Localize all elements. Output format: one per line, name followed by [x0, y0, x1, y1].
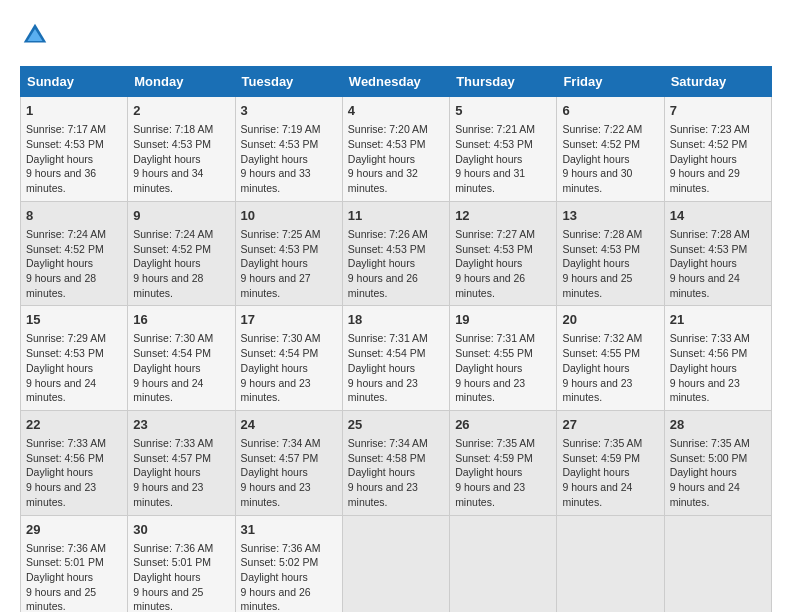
day-cell-content: Sunrise: 7:19 AM Sunset: 4:53 PM Dayligh… [241, 122, 337, 195]
day-number: 17 [241, 311, 337, 329]
weekday-header-saturday: Saturday [664, 67, 771, 97]
day-number: 5 [455, 102, 551, 120]
weekday-header-monday: Monday [128, 67, 235, 97]
day-number: 22 [26, 416, 122, 434]
day-cell: 4 Sunrise: 7:20 AM Sunset: 4:53 PM Dayli… [342, 97, 449, 202]
day-number: 29 [26, 521, 122, 539]
day-cell-content: Sunrise: 7:31 AM Sunset: 4:54 PM Dayligh… [348, 331, 444, 404]
logo-icon [20, 20, 50, 50]
day-cell: 26 Sunrise: 7:35 AM Sunset: 4:59 PM Dayl… [450, 410, 557, 515]
day-cell-content: Sunrise: 7:24 AM Sunset: 4:52 PM Dayligh… [133, 227, 229, 300]
day-cell-content: Sunrise: 7:18 AM Sunset: 4:53 PM Dayligh… [133, 122, 229, 195]
weekday-header-wednesday: Wednesday [342, 67, 449, 97]
day-cell: 5 Sunrise: 7:21 AM Sunset: 4:53 PM Dayli… [450, 97, 557, 202]
day-cell: 28 Sunrise: 7:35 AM Sunset: 5:00 PM Dayl… [664, 410, 771, 515]
day-cell-content: Sunrise: 7:23 AM Sunset: 4:52 PM Dayligh… [670, 122, 766, 195]
day-number: 26 [455, 416, 551, 434]
day-cell: 14 Sunrise: 7:28 AM Sunset: 4:53 PM Dayl… [664, 201, 771, 306]
day-cell-content: Sunrise: 7:33 AM Sunset: 4:56 PM Dayligh… [26, 436, 122, 509]
day-number: 28 [670, 416, 766, 434]
day-cell: 30 Sunrise: 7:36 AM Sunset: 5:01 PM Dayl… [128, 515, 235, 612]
day-cell-content: Sunrise: 7:33 AM Sunset: 4:57 PM Dayligh… [133, 436, 229, 509]
day-number: 18 [348, 311, 444, 329]
day-cell-content: Sunrise: 7:36 AM Sunset: 5:01 PM Dayligh… [26, 541, 122, 612]
day-number: 13 [562, 207, 658, 225]
day-cell-content: Sunrise: 7:22 AM Sunset: 4:52 PM Dayligh… [562, 122, 658, 195]
day-number: 20 [562, 311, 658, 329]
week-row-1: 1 Sunrise: 7:17 AM Sunset: 4:53 PM Dayli… [21, 97, 772, 202]
day-cell-content: Sunrise: 7:17 AM Sunset: 4:53 PM Dayligh… [26, 122, 122, 195]
day-cell-content: Sunrise: 7:35 AM Sunset: 4:59 PM Dayligh… [562, 436, 658, 509]
week-row-3: 15 Sunrise: 7:29 AM Sunset: 4:53 PM Dayl… [21, 306, 772, 411]
day-cell-content: Sunrise: 7:36 AM Sunset: 5:02 PM Dayligh… [241, 541, 337, 612]
weekday-header-sunday: Sunday [21, 67, 128, 97]
day-cell: 7 Sunrise: 7:23 AM Sunset: 4:52 PM Dayli… [664, 97, 771, 202]
day-cell: 24 Sunrise: 7:34 AM Sunset: 4:57 PM Dayl… [235, 410, 342, 515]
day-cell-content: Sunrise: 7:28 AM Sunset: 4:53 PM Dayligh… [562, 227, 658, 300]
calendar-table: SundayMondayTuesdayWednesdayThursdayFrid… [20, 66, 772, 612]
day-cell: 1 Sunrise: 7:17 AM Sunset: 4:53 PM Dayli… [21, 97, 128, 202]
day-cell: 12 Sunrise: 7:27 AM Sunset: 4:53 PM Dayl… [450, 201, 557, 306]
day-number: 3 [241, 102, 337, 120]
day-number: 10 [241, 207, 337, 225]
day-number: 30 [133, 521, 229, 539]
day-cell-content: Sunrise: 7:34 AM Sunset: 4:57 PM Dayligh… [241, 436, 337, 509]
day-number: 16 [133, 311, 229, 329]
day-cell: 31 Sunrise: 7:36 AM Sunset: 5:02 PM Dayl… [235, 515, 342, 612]
page-header [20, 20, 772, 50]
day-cell: 3 Sunrise: 7:19 AM Sunset: 4:53 PM Dayli… [235, 97, 342, 202]
day-cell-content: Sunrise: 7:30 AM Sunset: 4:54 PM Dayligh… [133, 331, 229, 404]
day-number: 14 [670, 207, 766, 225]
day-number: 6 [562, 102, 658, 120]
day-number: 9 [133, 207, 229, 225]
day-number: 21 [670, 311, 766, 329]
day-cell [342, 515, 449, 612]
day-cell-content: Sunrise: 7:33 AM Sunset: 4:56 PM Dayligh… [670, 331, 766, 404]
day-cell: 9 Sunrise: 7:24 AM Sunset: 4:52 PM Dayli… [128, 201, 235, 306]
day-number: 27 [562, 416, 658, 434]
week-row-4: 22 Sunrise: 7:33 AM Sunset: 4:56 PM Dayl… [21, 410, 772, 515]
day-number: 2 [133, 102, 229, 120]
day-cell-content: Sunrise: 7:31 AM Sunset: 4:55 PM Dayligh… [455, 331, 551, 404]
day-cell: 6 Sunrise: 7:22 AM Sunset: 4:52 PM Dayli… [557, 97, 664, 202]
day-cell: 2 Sunrise: 7:18 AM Sunset: 4:53 PM Dayli… [128, 97, 235, 202]
day-cell-content: Sunrise: 7:34 AM Sunset: 4:58 PM Dayligh… [348, 436, 444, 509]
day-cell: 22 Sunrise: 7:33 AM Sunset: 4:56 PM Dayl… [21, 410, 128, 515]
day-cell: 18 Sunrise: 7:31 AM Sunset: 4:54 PM Dayl… [342, 306, 449, 411]
day-number: 31 [241, 521, 337, 539]
day-number: 23 [133, 416, 229, 434]
day-cell: 29 Sunrise: 7:36 AM Sunset: 5:01 PM Dayl… [21, 515, 128, 612]
day-cell: 19 Sunrise: 7:31 AM Sunset: 4:55 PM Dayl… [450, 306, 557, 411]
weekday-header-thursday: Thursday [450, 67, 557, 97]
day-number: 25 [348, 416, 444, 434]
day-cell [664, 515, 771, 612]
week-row-2: 8 Sunrise: 7:24 AM Sunset: 4:52 PM Dayli… [21, 201, 772, 306]
day-cell [450, 515, 557, 612]
day-cell: 13 Sunrise: 7:28 AM Sunset: 4:53 PM Dayl… [557, 201, 664, 306]
day-number: 24 [241, 416, 337, 434]
day-cell-content: Sunrise: 7:26 AM Sunset: 4:53 PM Dayligh… [348, 227, 444, 300]
day-number: 11 [348, 207, 444, 225]
day-cell-content: Sunrise: 7:30 AM Sunset: 4:54 PM Dayligh… [241, 331, 337, 404]
day-cell: 27 Sunrise: 7:35 AM Sunset: 4:59 PM Dayl… [557, 410, 664, 515]
day-cell: 11 Sunrise: 7:26 AM Sunset: 4:53 PM Dayl… [342, 201, 449, 306]
day-cell: 21 Sunrise: 7:33 AM Sunset: 4:56 PM Dayl… [664, 306, 771, 411]
day-number: 12 [455, 207, 551, 225]
day-number: 8 [26, 207, 122, 225]
day-cell: 10 Sunrise: 7:25 AM Sunset: 4:53 PM Dayl… [235, 201, 342, 306]
weekday-header-tuesday: Tuesday [235, 67, 342, 97]
day-cell: 20 Sunrise: 7:32 AM Sunset: 4:55 PM Dayl… [557, 306, 664, 411]
day-cell: 16 Sunrise: 7:30 AM Sunset: 4:54 PM Dayl… [128, 306, 235, 411]
weekday-header-row: SundayMondayTuesdayWednesdayThursdayFrid… [21, 67, 772, 97]
day-cell-content: Sunrise: 7:25 AM Sunset: 4:53 PM Dayligh… [241, 227, 337, 300]
day-cell-content: Sunrise: 7:35 AM Sunset: 4:59 PM Dayligh… [455, 436, 551, 509]
day-number: 7 [670, 102, 766, 120]
day-number: 4 [348, 102, 444, 120]
day-cell-content: Sunrise: 7:32 AM Sunset: 4:55 PM Dayligh… [562, 331, 658, 404]
day-cell: 25 Sunrise: 7:34 AM Sunset: 4:58 PM Dayl… [342, 410, 449, 515]
day-cell-content: Sunrise: 7:24 AM Sunset: 4:52 PM Dayligh… [26, 227, 122, 300]
week-row-5: 29 Sunrise: 7:36 AM Sunset: 5:01 PM Dayl… [21, 515, 772, 612]
day-cell [557, 515, 664, 612]
day-cell-content: Sunrise: 7:29 AM Sunset: 4:53 PM Dayligh… [26, 331, 122, 404]
day-number: 1 [26, 102, 122, 120]
